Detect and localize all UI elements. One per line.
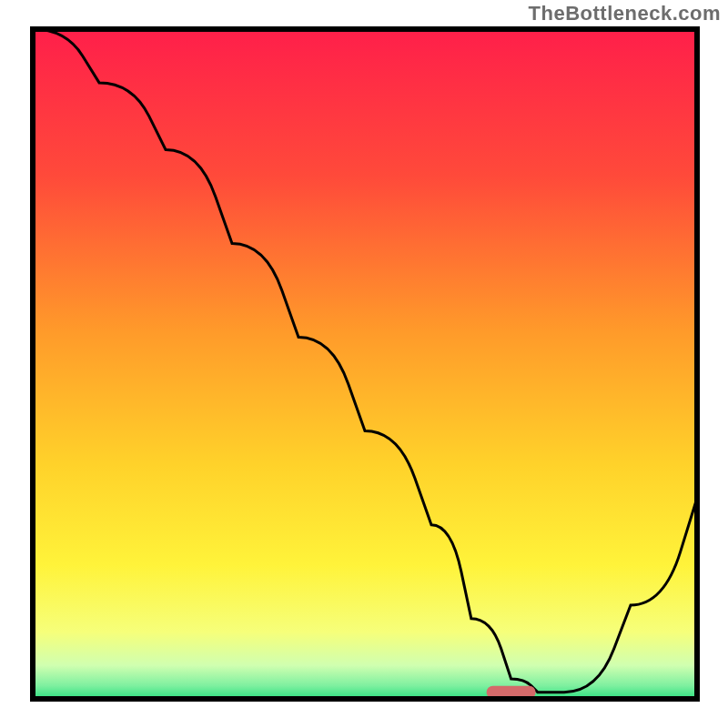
plot-background bbox=[33, 29, 697, 699]
watermark-text: TheBottleneck.com bbox=[529, 2, 721, 25]
bottleneck-chart bbox=[0, 0, 728, 728]
